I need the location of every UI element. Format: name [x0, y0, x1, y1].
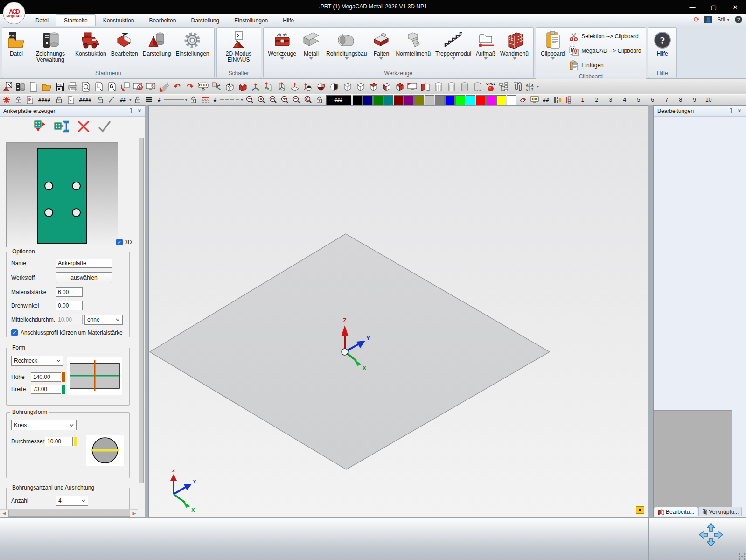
scrollbar-thumb[interactable]	[139, 138, 144, 483]
ribbon-zeichnungsverwaltung-button[interactable]: Zeichnungs Verwaltung	[28, 29, 73, 63]
color-swatch[interactable]	[476, 95, 486, 105]
ribbon-aufmass-button[interactable]: Aufmaß	[474, 29, 498, 60]
ribbon-clipboard-button[interactable]: Clipboard	[538, 29, 567, 60]
name-input[interactable]: Ankerplatte	[56, 259, 112, 268]
scrollbar-thumb[interactable]	[8, 510, 130, 517]
pen-number-button[interactable]: 5	[632, 97, 646, 103]
ribbon-2dmodus-button[interactable]: 2D-Modus EIN/AUS	[219, 29, 258, 63]
zoom-previous-icon[interactable]	[303, 95, 313, 105]
ribbon-wandmenu-button[interactable]: Wandmenü	[498, 29, 531, 60]
cancel-icon[interactable]	[77, 120, 91, 133]
cylinder-wire2-icon[interactable]	[446, 81, 457, 92]
pen-number-button[interactable]: 3	[604, 97, 618, 103]
zoom-window-icon[interactable]	[256, 95, 266, 105]
red-book-icon[interactable]	[419, 81, 431, 92]
lock-pen-icon[interactable]: 1	[95, 95, 105, 105]
materialstaerke-input[interactable]: 6.00	[56, 287, 83, 297]
color-swatch[interactable]	[414, 95, 424, 105]
cube-red-top-icon[interactable]	[367, 81, 379, 92]
load-l-file-icon[interactable]: L	[93, 81, 105, 92]
mirror-x-icon[interactable]	[263, 81, 274, 92]
panel-vertical-scrollbar[interactable]	[139, 136, 144, 509]
color-swatch[interactable]	[496, 95, 506, 105]
megacad-logo[interactable]: ΛCD MegaCAD	[3, 2, 25, 24]
tab-startseite[interactable]: Startseite	[56, 14, 96, 26]
pen-number-button[interactable]: 8	[674, 97, 688, 103]
user-icon[interactable]: 👤	[704, 16, 712, 23]
ribbon-werkzeuge-button[interactable]: Werkzeuge	[266, 29, 299, 60]
cube-red-mixed-icon[interactable]	[393, 81, 405, 92]
attach-profile-icon[interactable]	[54, 120, 70, 133]
lock-layer-icon[interactable]: 1	[13, 95, 23, 105]
linetype-dropdown-icon[interactable]: ▾	[241, 98, 243, 102]
transform-part-icon[interactable]	[250, 81, 261, 92]
pen-number-button[interactable]: 1	[576, 97, 590, 103]
zoom-out-icon[interactable]	[244, 95, 255, 105]
align-plane-icon[interactable]	[289, 81, 300, 92]
pin-icon[interactable]	[129, 108, 133, 114]
tab-darstellung[interactable]: Darstellung	[183, 15, 227, 26]
cylinder-wire-icon[interactable]	[432, 81, 444, 92]
color-swatch[interactable]	[353, 95, 363, 105]
zoom-screen-icon[interactable]	[132, 81, 144, 92]
color-swatch[interactable]	[363, 95, 373, 105]
durchmesser-input[interactable]: 10.00	[45, 437, 73, 446]
lock-color-icon[interactable]: 1	[314, 95, 325, 105]
line-type-icon[interactable]	[200, 95, 210, 105]
tab-verknuepfungen[interactable]: Verknüpfu...	[698, 507, 742, 516]
screen-colors-icon[interactable]	[530, 95, 540, 105]
color-swatch[interactable]	[445, 95, 455, 105]
ribbon-datei-button[interactable]: PRT Datei	[5, 29, 28, 57]
ribbon-metall-button[interactable]: Metall	[299, 29, 324, 60]
werkstoff-button[interactable]: auswählen	[56, 272, 112, 283]
zoom-extents-icon[interactable]	[268, 95, 278, 105]
add-red-part-icon[interactable]	[237, 81, 248, 92]
tab-datei[interactable]: Datei	[28, 15, 56, 26]
move-part-icon[interactable]	[210, 81, 222, 92]
anschluss-checkbox[interactable]: ✓	[11, 329, 18, 336]
eraser-color-icon[interactable]	[518, 95, 528, 105]
zoom-in-icon[interactable]	[279, 95, 290, 105]
2d-3d-toggle-icon[interactable]	[1, 81, 13, 92]
cube-hidden-line-icon[interactable]	[354, 81, 366, 92]
color-swatch[interactable]	[486, 95, 496, 105]
pen-number-button[interactable]: 4	[618, 97, 632, 103]
save-prt-icon[interactable]: PRT	[54, 81, 65, 92]
ribbon-konstruktion-button[interactable]: Konstruktion	[73, 29, 109, 57]
refresh-icon[interactable]: ⟳	[694, 15, 700, 24]
redo-icon[interactable]: ↷	[184, 81, 196, 92]
resize-grip[interactable]	[739, 553, 745, 560]
color-swatch[interactable]	[455, 95, 465, 105]
ribbon-rohrleitungsbau-button[interactable]: Rohrleitungsbau	[324, 29, 369, 60]
help-icon[interactable]: ?	[735, 16, 742, 23]
rotate-point-icon[interactable]	[302, 81, 314, 92]
new-file-icon[interactable]	[28, 81, 39, 92]
redraw-icon[interactable]	[119, 81, 131, 92]
layer-filter-icon[interactable]	[564, 95, 574, 105]
drawing-manager-icon[interactable]	[14, 81, 26, 92]
line-width-icon[interactable]	[144, 95, 154, 105]
color-swatch[interactable]	[383, 95, 393, 105]
opengl-icon[interactable]: OPGL	[485, 81, 496, 92]
add-part-icon[interactable]	[223, 81, 235, 92]
l-doc-icon[interactable]: L	[66, 95, 76, 105]
maximize-button[interactable]: ▢	[703, 0, 725, 14]
tab-einstellungen[interactable]: Einstellungen	[227, 15, 275, 26]
tab-bearbeitungen[interactable]: Bearbeitu...	[655, 507, 697, 516]
color-swatch[interactable]	[466, 95, 475, 105]
ribbon-darstellung-button[interactable]: Darstellung	[140, 29, 174, 57]
pen-style-icon[interactable]	[106, 95, 117, 105]
structure-tree-icon[interactable]	[498, 81, 509, 92]
screen-views-icon[interactable]: 6	[145, 81, 157, 92]
screen-render-icon[interactable]	[406, 81, 418, 92]
zoom-minus-icon[interactable]	[291, 95, 301, 105]
current-color-swatch[interactable]: ###	[326, 95, 351, 105]
ribbon-falten-button[interactable]: Falten	[369, 29, 393, 60]
3d-checkbox[interactable]: ✓	[116, 239, 123, 245]
toolbar-overflow-arrow-icon[interactable]: ▾	[537, 84, 539, 89]
linewidth-dropdown-icon[interactable]: ▾	[185, 98, 187, 102]
open-folder-icon[interactable]	[41, 81, 52, 92]
plot-icon[interactable]: PLOT	[197, 81, 209, 92]
confirm-icon[interactable]	[97, 120, 112, 133]
stil-dropdown[interactable]: Stil ▼	[717, 16, 730, 23]
